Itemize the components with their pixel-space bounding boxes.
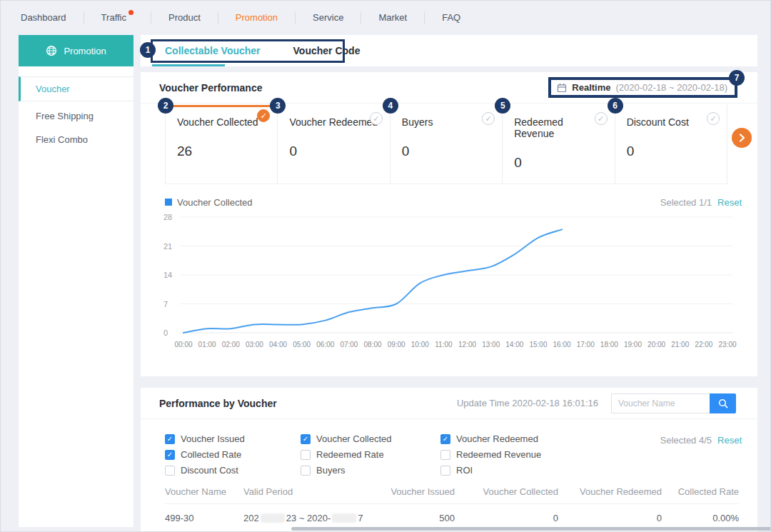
cell-valid-period: 20223 ~ 2020-7 <box>243 513 369 523</box>
metric-label: Voucher Redeemed <box>289 116 379 128</box>
svg-text:03:00: 03:00 <box>246 341 263 348</box>
nav-item-service[interactable]: Service <box>313 11 361 24</box>
filter-redeemed-revenue[interactable]: Redeemed Revenue <box>440 449 619 460</box>
panel-title: Performance by Voucher <box>159 398 277 409</box>
metric-label: Buyers <box>402 116 492 128</box>
legend-voucher-collected[interactable]: Voucher Collected <box>165 197 253 208</box>
filter-buyers[interactable]: Buyers <box>301 465 440 476</box>
horizontal-scrollbar[interactable] <box>291 527 771 531</box>
svg-text:06:00: 06:00 <box>316 341 334 348</box>
chart-reset-link[interactable]: Reset <box>717 197 742 208</box>
metric-card-buyers[interactable]: Buyers ✓ 0 4 <box>390 105 503 184</box>
realtime-date-picker[interactable]: Realtime (2020-02-18 ~ 2020-02-18) 7 <box>550 79 736 96</box>
filter-voucher-collected[interactable]: Voucher Collected <box>301 433 440 444</box>
check-circle-icon: ✓ <box>595 112 608 125</box>
realtime-date-range: (2020-02-18 ~ 2020-02-18) <box>616 82 727 93</box>
realtime-label: Realtime <box>572 82 610 93</box>
update-time-text: Update Time 2020-02-18 16:01:16 <box>457 398 598 408</box>
checkbox-icon <box>165 450 175 460</box>
tab-collectable-voucher[interactable]: Collectable Voucher <box>165 45 261 56</box>
svg-text:20:00: 20:00 <box>647 341 665 348</box>
redacted-text <box>261 513 285 523</box>
annotation-badge-4: 4 <box>383 98 398 114</box>
svg-text:12:00: 12:00 <box>458 341 476 348</box>
cell-voucher-name: 499-30 <box>165 513 243 523</box>
checkbox-icon <box>440 450 450 460</box>
cell-collected-rate: 0.00% <box>662 513 739 523</box>
tab-voucher-code[interactable]: Voucher Code <box>293 45 361 56</box>
nav-item-traffic[interactable]: Traffic <box>101 11 151 24</box>
filter-roi[interactable]: ROI <box>440 465 619 476</box>
calendar-icon <box>557 83 567 93</box>
nav-item-promotion[interactable]: Promotion <box>236 11 296 24</box>
search-icon <box>717 398 729 409</box>
checkbox-icon <box>165 434 175 444</box>
cell-voucher-issued: 500 <box>369 513 455 523</box>
svg-text:0: 0 <box>163 328 168 337</box>
svg-text:28: 28 <box>163 213 172 221</box>
sidebar-item-voucher[interactable]: Voucher <box>19 76 133 101</box>
metric-card-redeemed-revenue[interactable]: Redeemed Revenue ✓ 0 5 <box>503 105 615 184</box>
filters-selected-info: Selected 4/5 <box>660 435 712 446</box>
voucher-performance-panel: Voucher Performance Realtime (2020-02-18… <box>141 72 757 376</box>
nav-item-product[interactable]: Product <box>168 11 218 24</box>
checkbox-icon <box>440 434 450 444</box>
col-collected-rate: Collected Rate <box>662 486 739 497</box>
performance-by-voucher-panel: Performance by Voucher Update Time 2020-… <box>141 388 757 532</box>
cell-voucher-redeemed: 0 <box>558 513 662 523</box>
svg-text:16:00: 16:00 <box>553 341 571 348</box>
table-header-row: Voucher Name Valid Period Voucher Issued… <box>165 486 739 504</box>
svg-text:15:00: 15:00 <box>529 341 547 348</box>
svg-text:11:00: 11:00 <box>435 341 453 348</box>
next-metrics-arrow-button[interactable] <box>732 128 752 148</box>
nav-item-dashboard[interactable]: Dashboard <box>21 11 84 24</box>
svg-text:00:00: 00:00 <box>174 341 192 348</box>
nav-item-faq[interactable]: FAQ <box>442 11 478 24</box>
check-circle-icon: ✓ <box>370 112 383 125</box>
nav-item-market[interactable]: Market <box>378 11 425 24</box>
col-voucher-collected: Voucher Collected <box>455 486 558 497</box>
search-button[interactable] <box>710 393 736 413</box>
filter-discount-cost[interactable]: Discount Cost <box>165 465 301 476</box>
filter-redeemed-rate[interactable]: Redeemed Rate <box>301 449 440 460</box>
legend-label: Voucher Collected <box>177 197 253 208</box>
legend-swatch-icon <box>165 199 172 206</box>
svg-text:17:00: 17:00 <box>577 341 595 348</box>
annotation-badge-6: 6 <box>608 98 623 114</box>
sidebar-item-free-shipping[interactable]: Free Shipping <box>19 104 133 128</box>
voucher-tabbar: Collectable Voucher Voucher Code 1 <box>141 35 757 66</box>
check-circle-icon: ✓ <box>257 109 270 122</box>
sidebar-item-flexi-combo[interactable]: Flexi Combo <box>19 128 133 151</box>
svg-text:18:00: 18:00 <box>600 341 618 348</box>
metric-card-voucher-redeemed[interactable]: Voucher Redeemed ✓ 0 3 <box>278 105 390 184</box>
filter-voucher-redeemed[interactable]: Voucher Redeemed <box>440 433 619 444</box>
checkbox-icon <box>301 450 311 460</box>
checkbox-icon <box>301 466 311 476</box>
svg-text:21: 21 <box>163 242 172 251</box>
svg-text:02:00: 02:00 <box>222 341 240 348</box>
check-circle-icon: ✓ <box>707 112 720 125</box>
metric-value: 0 <box>514 155 604 171</box>
metric-label: Voucher Collected <box>177 116 267 128</box>
svg-text:09:00: 09:00 <box>388 341 405 348</box>
check-circle-icon: ✓ <box>482 112 495 125</box>
annotation-badge-1: 1 <box>140 42 156 58</box>
filter-voucher-issued[interactable]: Voucher Issued <box>165 433 301 444</box>
svg-text:23:00: 23:00 <box>718 341 736 348</box>
sidebar-header-promotion[interactable]: Promotion <box>19 35 133 66</box>
metric-filters: Voucher Issued Voucher Collected Voucher… <box>141 419 757 476</box>
svg-text:05:00: 05:00 <box>293 341 311 348</box>
svg-text:01:00: 01:00 <box>198 341 216 348</box>
metric-card-voucher-collected[interactable]: Voucher Collected ✓ 26 2 <box>166 105 278 184</box>
svg-text:13:00: 13:00 <box>482 341 500 348</box>
filter-collected-rate[interactable]: Collected Rate <box>165 449 301 460</box>
filters-reset-link[interactable]: Reset <box>717 435 742 446</box>
svg-text:10:00: 10:00 <box>411 341 429 348</box>
voucher-name-search-input[interactable] <box>611 393 710 413</box>
metric-card-discount-cost[interactable]: Discount Cost ✓ 0 6 <box>615 105 727 184</box>
annotation-badge-3: 3 <box>270 98 286 114</box>
svg-text:08:00: 08:00 <box>364 341 382 348</box>
chart-legend-row: Voucher Collected Selected 1/1Reset <box>165 196 742 209</box>
metric-value: 0 <box>402 144 492 159</box>
voucher-collected-chart[interactable]: 0714212800:0001:0002:0003:0004:0005:0006… <box>159 210 757 359</box>
